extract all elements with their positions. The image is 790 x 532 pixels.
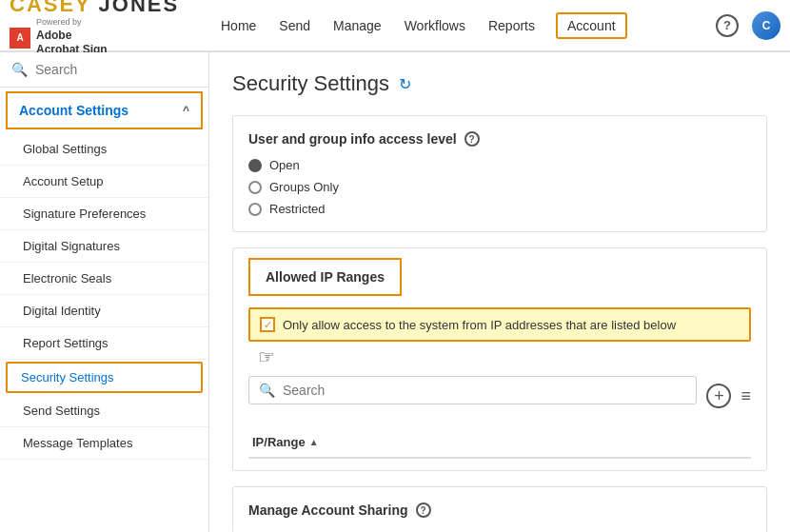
radio-restricted-indicator — [248, 203, 262, 216]
ip-table-header: IP/Range ▲ — [248, 427, 751, 459]
help-icon[interactable]: ? — [716, 14, 739, 37]
radio-open[interactable]: Open — [248, 158, 751, 172]
adobe-icon: A — [10, 28, 30, 49]
ip-search-input[interactable] — [283, 383, 686, 398]
sidebar-item-message-templates[interactable]: Message Templates — [0, 427, 208, 460]
manage-section-title: Manage Account Sharing ? — [248, 502, 751, 518]
nav-send[interactable]: Send — [277, 14, 312, 37]
ip-checkbox[interactable]: ✓ — [260, 317, 275, 332]
powered-by-label: Powered by — [36, 17, 108, 29]
nav-home[interactable]: Home — [219, 14, 258, 37]
ip-section-header-wrapper: Allowed IP Ranges — [233, 248, 766, 296]
cursor-pointer-icon: ☞ — [258, 345, 751, 368]
sidebar-item-digital-identity[interactable]: Digital Identity — [0, 295, 208, 327]
search-box[interactable]: 🔍 — [0, 52, 208, 88]
manage-section: Manage Account Sharing ? — [232, 486, 767, 532]
sidebar-item-global-settings[interactable]: Global Settings — [0, 133, 208, 166]
ip-search-icon: 🔍 — [259, 383, 275, 398]
sidebar-item-send-settings[interactable]: Send Settings — [0, 395, 208, 427]
user-group-title: User and group info access level ? — [248, 131, 751, 147]
content-area: Security Settings ↻ User and group info … — [209, 52, 790, 532]
ip-menu-button[interactable]: ≡ — [741, 386, 751, 406]
main-layout: 🔍 Account Settings ^ Global Settings Acc… — [0, 52, 790, 532]
ip-checkbox-row: ✓ Only allow access to the system from I… — [248, 307, 751, 342]
ip-ranges-title: Allowed IP Ranges — [248, 258, 402, 296]
manage-info-icon[interactable]: ? — [416, 502, 431, 518]
ip-column-header: IP/Range — [252, 435, 306, 449]
refresh-icon[interactable]: ↻ — [399, 75, 411, 93]
sidebar-item-account-setup[interactable]: Account Setup — [0, 166, 208, 198]
avatar[interactable]: C — [752, 11, 780, 40]
main-nav: Home Send Manage Workflows Reports Accou… — [200, 12, 716, 39]
nav-reports[interactable]: Reports — [486, 14, 537, 37]
ip-checkbox-label: Only allow access to the system from IP … — [283, 318, 676, 332]
manage-title-text: Manage Account Sharing — [248, 502, 408, 518]
sidebar-item-signature-preferences[interactable]: Signature Preferences — [0, 198, 208, 230]
sidebar-item-security-settings[interactable]: Security Settings — [6, 362, 203, 393]
nav-account[interactable]: Account — [556, 12, 627, 39]
ip-add-button[interactable]: + — [706, 384, 731, 408]
radio-restricted[interactable]: Restricted — [248, 202, 751, 216]
search-input[interactable] — [35, 62, 197, 77]
user-group-info-icon[interactable]: ? — [464, 131, 480, 147]
sidebar-item-electronic-seals[interactable]: Electronic Seals — [0, 263, 208, 295]
radio-open-label: Open — [269, 158, 300, 172]
search-icon: 🔍 — [11, 62, 28, 77]
ip-ranges-section: Allowed IP Ranges ✓ Only allow access to… — [232, 247, 767, 471]
radio-groups-only[interactable]: Groups Only — [248, 180, 751, 194]
sort-arrow-icon[interactable]: ▲ — [309, 437, 319, 447]
ip-section-body: ✓ Only allow access to the system from I… — [233, 296, 766, 470]
user-group-section: User and group info access level ? Open … — [232, 115, 767, 232]
sidebar-item-report-settings[interactable]: Report Settings — [0, 327, 208, 360]
access-level-radio-group: Open Groups Only Restricted — [248, 158, 751, 216]
chevron-up-icon: ^ — [183, 104, 189, 117]
sidebar-item-digital-signatures[interactable]: Digital Signatures — [0, 230, 208, 263]
nav-workflows[interactable]: Workflows — [403, 14, 467, 37]
page-title: Security Settings ↻ — [232, 71, 767, 96]
sidebar: 🔍 Account Settings ^ Global Settings Acc… — [0, 52, 209, 532]
logo-area: CASEY JONES A Powered by AdobeAcrobat Si… — [10, 0, 200, 58]
sidebar-section-account-settings[interactable]: Account Settings ^ — [6, 91, 203, 129]
logo-brand: CASEY JONES — [10, 0, 200, 17]
radio-groups-only-indicator — [248, 181, 262, 194]
top-nav: CASEY JONES A Powered by AdobeAcrobat Si… — [0, 0, 790, 52]
sidebar-section-label: Account Settings — [19, 103, 128, 118]
nav-right: ? C — [716, 11, 780, 40]
radio-groups-only-label: Groups Only — [269, 180, 339, 194]
radio-restricted-label: Restricted — [269, 202, 326, 216]
ip-search-row[interactable]: 🔍 — [248, 376, 697, 404]
nav-manage[interactable]: Manage — [331, 14, 384, 37]
radio-open-indicator — [248, 159, 262, 172]
